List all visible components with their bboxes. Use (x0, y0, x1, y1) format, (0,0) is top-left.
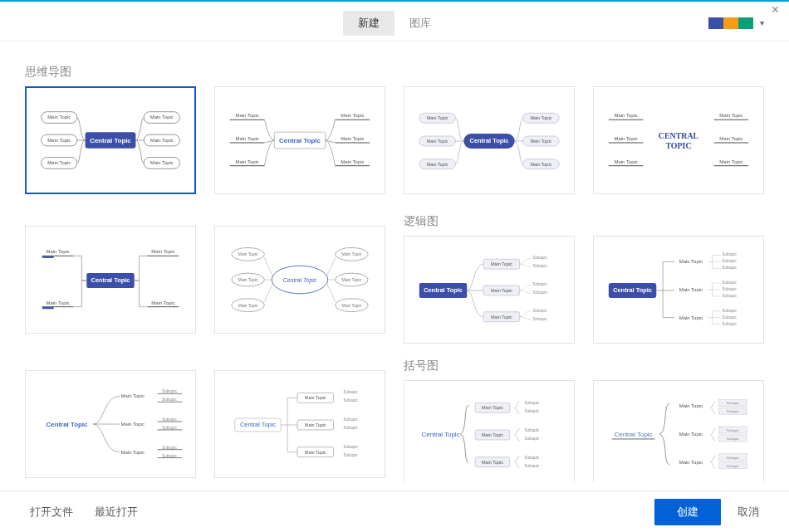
svg-text:Subtopic: Subtopic (727, 464, 739, 468)
svg-text:Subtopic: Subtopic (525, 428, 540, 432)
template-card[interactable]: CENTRAL TOPIC Main Topic Main Topic Main… (593, 86, 764, 194)
template-card[interactable]: Central Topic Main Topic Main Topic Main… (404, 236, 575, 344)
svg-text:Subtopic: Subtopic (532, 317, 547, 321)
svg-text:Subtopic: Subtopic (525, 409, 540, 413)
template-card[interactable]: Central Topic Main Topic Main Topic Main… (214, 370, 385, 478)
svg-text:Subtopic: Subtopic (343, 453, 358, 457)
template-card[interactable]: Central Topic Main Topic Main Topic Main… (25, 226, 196, 334)
svg-text:Main Topic: Main Topic (679, 403, 703, 408)
svg-text:Main Topic: Main Topic (150, 138, 174, 143)
svg-text:Subtopic: Subtopic (162, 417, 177, 422)
svg-text:Central Topic: Central Topic (283, 277, 317, 284)
svg-text:Main Topic: Main Topic (150, 115, 174, 120)
svg-text:Main Topic: Main Topic (305, 450, 326, 455)
svg-text:Central Topic: Central Topic (424, 286, 463, 294)
svg-text:Subtopic: Subtopic (727, 401, 739, 405)
svg-text:Subtopic: Subtopic (722, 266, 737, 270)
topbar: 新建 图库 ▾ (0, 5, 789, 41)
template-card[interactable]: Central Topic Main Topic Main Topic Main… (214, 226, 385, 334)
svg-text:Main Topic: Main Topic (491, 315, 512, 320)
svg-text:Main Topic: Main Topic (679, 432, 703, 437)
tab-gallery[interactable]: 图库 (394, 11, 446, 36)
svg-text:Main Topic: Main Topic (341, 113, 364, 118)
svg-text:Central Topic: Central Topic (470, 137, 509, 144)
svg-text:Main Topic: Main Topic (530, 139, 551, 144)
svg-text:Subtopic: Subtopic (532, 290, 547, 295)
svg-text:Subtopic: Subtopic (722, 315, 737, 320)
svg-text:Main Topic: Main Topic (238, 304, 258, 308)
svg-text:Subtopic: Subtopic (343, 426, 358, 430)
svg-text:Main Topic: Main Topic (719, 159, 742, 164)
svg-text:Main Topic: Main Topic (614, 136, 637, 141)
svg-text:Subtopic: Subtopic (162, 454, 177, 458)
svg-text:Central Topic: Central Topic (615, 431, 653, 438)
svg-text:Main Topic: Main Topic (238, 252, 258, 256)
recent-button[interactable]: 最近打开 (90, 500, 143, 525)
svg-text:Main Topic: Main Topic (679, 460, 703, 465)
swatch-2 (723, 17, 738, 29)
svg-text:Subtopic: Subtopic (722, 252, 737, 256)
svg-text:Main Topic: Main Topic (482, 405, 503, 410)
svg-text:Main Topic: Main Topic (530, 115, 551, 120)
svg-text:Subtopic: Subtopic (722, 309, 737, 313)
svg-text:Main Topic: Main Topic (235, 159, 258, 164)
svg-text:TOPIC: TOPIC (665, 141, 691, 150)
template-card[interactable]: Central Topic Main Topic Main Topic Main… (593, 236, 764, 344)
svg-text:Main Topic: Main Topic (719, 113, 742, 118)
template-card[interactable]: Central Topic Main Topic Main Topic Main… (593, 380, 764, 481)
svg-text:Subtopic: Subtopic (532, 264, 547, 268)
svg-text:Main Topic: Main Topic (614, 159, 637, 164)
create-button[interactable]: 创建 (654, 499, 721, 525)
template-card[interactable]: Central Topic Main Topic Main Topic Main… (404, 380, 575, 481)
svg-text:Main Topic: Main Topic (530, 162, 551, 167)
svg-text:Main Topic: Main Topic (427, 115, 448, 120)
svg-text:CENTRAL: CENTRAL (659, 131, 699, 140)
svg-text:Central Topic: Central Topic (240, 421, 276, 428)
svg-text:Central Topic: Central Topic (613, 286, 652, 294)
svg-text:Main Topic: Main Topic (342, 304, 362, 308)
svg-text:Main Topic: Main Topic (614, 113, 637, 118)
svg-text:Central Topic: Central Topic (90, 137, 131, 144)
svg-text:Main Topic: Main Topic (305, 422, 326, 427)
svg-text:Main Topic: Main Topic (121, 450, 145, 455)
svg-text:Subtopic: Subtopic (532, 282, 547, 286)
svg-text:Main Topic: Main Topic (341, 159, 364, 164)
svg-text:Main Topic: Main Topic (235, 136, 258, 141)
svg-text:Subtopic: Subtopic (727, 409, 739, 413)
svg-text:Main Topic: Main Topic (238, 278, 258, 282)
svg-text:Main Topic: Main Topic (305, 395, 326, 400)
cancel-button[interactable]: 取消 (733, 499, 764, 525)
open-file-button[interactable]: 打开文件 (25, 500, 78, 525)
svg-text:Main Topic: Main Topic (151, 300, 174, 305)
svg-text:Subtopic: Subtopic (722, 287, 737, 291)
svg-text:Subtopic: Subtopic (343, 398, 358, 403)
svg-text:Central Topic: Central Topic (91, 276, 130, 284)
svg-text:Main Topic: Main Topic (719, 136, 742, 141)
color-palette[interactable]: ▾ (708, 17, 764, 29)
template-card[interactable]: Central Topic Main Topic Main Topic Main… (25, 370, 196, 478)
svg-text:Subtopic: Subtopic (727, 456, 739, 460)
svg-text:Main Topic: Main Topic (150, 160, 174, 165)
svg-text:Main Topic: Main Topic (121, 422, 145, 427)
svg-text:Subtopic: Subtopic (722, 322, 737, 326)
template-card[interactable]: Central Topic Main Topic Main Topic Main… (404, 86, 575, 194)
svg-text:Subtopic: Subtopic (532, 256, 547, 260)
tab-new[interactable]: 新建 (343, 11, 394, 36)
svg-text:Main Topic: Main Topic (47, 115, 71, 120)
svg-text:Main Topic: Main Topic (482, 432, 503, 437)
template-card[interactable]: Central Topic Main Topic Main Topic Main… (214, 86, 385, 194)
section-brace: 括号图 (404, 359, 764, 373)
row: Central Topic Main Topic Main Topic Main… (25, 86, 764, 194)
svg-text:Main Topic: Main Topic (47, 138, 71, 143)
svg-text:Main Topic: Main Topic (235, 113, 258, 118)
swatch-1 (708, 17, 723, 29)
svg-text:Central Topic: Central Topic (422, 431, 460, 438)
tabs: 新建 图库 (343, 11, 446, 36)
svg-text:Subtopic: Subtopic (525, 464, 540, 468)
svg-text:Subtopic: Subtopic (162, 398, 177, 402)
svg-text:Subtopic: Subtopic (343, 445, 358, 449)
svg-text:Main Topic: Main Topic (151, 249, 174, 254)
svg-text:Subtopic: Subtopic (343, 390, 358, 394)
svg-text:Central Topic: Central Topic (279, 137, 321, 144)
template-card[interactable]: Central Topic Main Topic Main Topic Main… (25, 86, 196, 194)
